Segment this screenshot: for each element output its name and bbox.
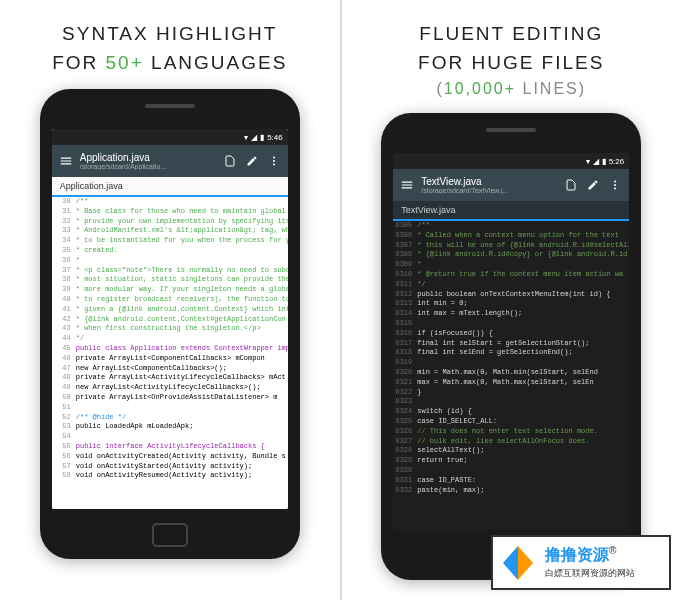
- tab-application[interactable]: Application.java: [52, 177, 288, 197]
- code-line: 39 * more modular way. If your singleton…: [52, 285, 288, 295]
- menu-icon[interactable]: [399, 177, 415, 193]
- line-code: [74, 403, 76, 413]
- line-code: *: [415, 260, 421, 270]
- line-code: * @return true if the context menu item …: [415, 270, 623, 280]
- overflow-icon[interactable]: [266, 153, 282, 169]
- line-code: case ID_PASTE:: [415, 476, 476, 486]
- wifi-icon: ▾: [244, 133, 248, 142]
- menu-icon[interactable]: [58, 153, 74, 169]
- code-line: 32 * provide your own implementation by …: [52, 217, 288, 227]
- code-line: 37 * <p class="note">There is normally n…: [52, 266, 288, 276]
- line-code: void onActivityStarted(Activity activity…: [74, 462, 252, 472]
- panel-fluent-editing: FLUENT EDITING FOR HUGE FILES (10,000+ L…: [342, 0, 682, 600]
- code-editor-light[interactable]: 30/**31 * Base class for those who need …: [52, 197, 288, 509]
- line-code: return true;: [415, 456, 467, 466]
- battery-icon: ▮: [260, 133, 264, 142]
- line-number: 41: [52, 305, 74, 315]
- line-number: 8325: [393, 417, 415, 427]
- line-number: 8318: [393, 348, 415, 358]
- line-number: 51: [52, 403, 74, 413]
- svg-point-3: [614, 181, 616, 183]
- line-code: public boolean onTextContextMenuItem(int…: [415, 290, 610, 300]
- code-line: 8330: [393, 466, 629, 476]
- edit-icon[interactable]: [585, 177, 601, 193]
- file-icon[interactable]: [222, 153, 238, 169]
- svg-point-4: [614, 184, 616, 186]
- heading-line: FLUENT EDITING: [418, 20, 604, 49]
- signal-icon: ◢: [251, 133, 257, 142]
- code-line: 58 void onActivityResumed(Activity activ…: [52, 471, 288, 481]
- line-number: 32: [52, 217, 74, 227]
- code-line: 52 /** @hide */: [52, 413, 288, 423]
- line-code: /**: [415, 221, 430, 231]
- file-title: Application.java /storage/sdcard/Applica…: [80, 152, 216, 171]
- line-number: 8313: [393, 299, 415, 309]
- code-line: 8322 }: [393, 388, 629, 398]
- line-code: [415, 319, 417, 329]
- code-line: 57 void onActivityStarted(Activity activ…: [52, 462, 288, 472]
- watermark-text: 撸撸资源® 白嫖互联网资源的网站: [545, 545, 635, 579]
- line-code: public class Application extends Context…: [74, 344, 288, 354]
- code-line: 30/**: [52, 197, 288, 207]
- edit-icon[interactable]: [244, 153, 260, 169]
- line-code: * this will be one of {@link android.R.i…: [415, 241, 629, 251]
- watermark-logo-icon: [497, 542, 539, 584]
- line-number: 58: [52, 471, 74, 481]
- tab-textview[interactable]: TextView.java: [393, 201, 629, 221]
- svg-point-0: [273, 157, 275, 159]
- svg-point-5: [614, 188, 616, 190]
- line-code: */: [74, 334, 84, 344]
- line-code: final int selStart = getSelectionStart()…: [415, 339, 589, 349]
- line-number: 54: [52, 432, 74, 442]
- code-line: 8318 final int selEnd = getSelectionEnd(…: [393, 348, 629, 358]
- line-number: 45: [52, 344, 74, 354]
- heading-line: SYNTAX HIGHLIGHT: [52, 20, 287, 49]
- app-toolbar: TextView.java /storage/sdcard/TextView.j…: [393, 169, 629, 201]
- line-number: 35: [52, 246, 74, 256]
- overflow-icon[interactable]: [607, 177, 623, 193]
- line-number: 36: [52, 256, 74, 266]
- code-line: 8324 switch (id) {: [393, 407, 629, 417]
- line-number: 37: [52, 266, 74, 276]
- code-line: 8332 paste(min, max);: [393, 486, 629, 496]
- heading-line: FOR 50+ LANGUAGES: [52, 49, 287, 78]
- code-line: 8329 return true;: [393, 456, 629, 466]
- line-number: 43: [52, 324, 74, 334]
- line-code: * {@link android.R.id#copy} or {@link an…: [415, 250, 627, 260]
- line-code: */: [415, 280, 425, 290]
- code-line: 8316 if (isFocused()) {: [393, 329, 629, 339]
- line-number: 8328: [393, 446, 415, 456]
- heading-line: FOR HUGE FILES: [418, 49, 604, 78]
- watermark: 撸撸资源® 白嫖互联网资源的网站: [491, 535, 671, 590]
- code-editor-dark[interactable]: 8305 /**8306 * Called when a context men…: [393, 221, 629, 530]
- line-code: * Called when a context menu option for …: [415, 231, 619, 241]
- line-number: 39: [52, 285, 74, 295]
- code-line: 55 public interface ActivityLifecycleCal…: [52, 442, 288, 452]
- code-line: 8313 int min = 0;: [393, 299, 629, 309]
- line-code: * when first constructing the singleton.…: [74, 324, 261, 334]
- line-number: 8316: [393, 329, 415, 339]
- line-number: 8309: [393, 260, 415, 270]
- line-code: selectAllText();: [415, 446, 484, 456]
- code-line: 8321 max = Math.max(0, Math.max(selStart…: [393, 378, 629, 388]
- line-code: if (isFocused()) {: [415, 329, 493, 339]
- line-number: 8330: [393, 466, 415, 476]
- code-line: 46 private ArrayList<ComponentCallbacks>…: [52, 354, 288, 364]
- code-line: 50 private ArrayList<OnProvideAssistData…: [52, 393, 288, 403]
- line-code: * Base class for those who need to maint…: [74, 207, 288, 217]
- line-number: 8308: [393, 250, 415, 260]
- battery-icon: ▮: [602, 157, 606, 166]
- line-number: 8327: [393, 437, 415, 447]
- clock: 5:26: [609, 157, 625, 166]
- file-icon[interactable]: [563, 177, 579, 193]
- line-code: new ArrayList<ActivityLifecycleCallbacks…: [74, 383, 261, 393]
- code-line: 49 new ArrayList<ActivityLifecycleCallba…: [52, 383, 288, 393]
- watermark-title: 撸撸资源®: [545, 545, 635, 566]
- line-number: 40: [52, 295, 74, 305]
- line-number: 44: [52, 334, 74, 344]
- line-number: 8314: [393, 309, 415, 319]
- line-number: 46: [52, 354, 74, 364]
- code-line: 36 *: [52, 256, 288, 266]
- line-code: [415, 397, 417, 407]
- line-code: int max = mText.length();: [415, 309, 522, 319]
